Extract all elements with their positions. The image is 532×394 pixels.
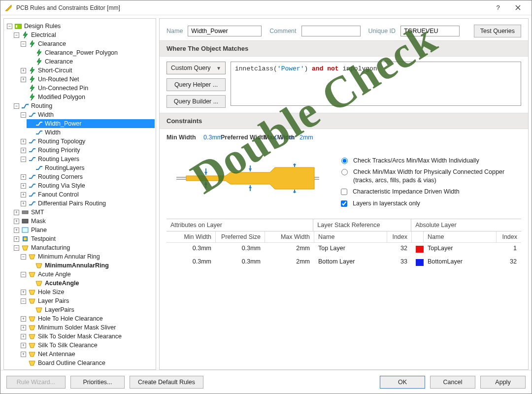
- col-abs-idx[interactable]: Index: [497, 231, 521, 243]
- tree-toggle[interactable]: −: [21, 272, 26, 277]
- tree-item[interactable]: Acute Angle: [38, 270, 71, 279]
- tree-item[interactable]: Width: [45, 128, 61, 137]
- tree-toggle[interactable]: +: [21, 174, 26, 180]
- tree-item[interactable]: Routing Topology: [38, 137, 85, 146]
- col-abs-name[interactable]: Name: [424, 231, 497, 243]
- apply-button[interactable]: Apply: [480, 376, 526, 389]
- tree-toggle[interactable]: −: [21, 112, 26, 118]
- tree-toggle[interactable]: −: [21, 157, 26, 162]
- tree-item[interactable]: Mask: [31, 217, 46, 226]
- tree-toggle[interactable]: +: [21, 325, 26, 330]
- close-button[interactable]: [508, 1, 528, 15]
- col-min[interactable]: Min Width: [166, 231, 216, 243]
- uid-input[interactable]: [400, 26, 460, 36]
- tree-item[interactable]: Manufacturing: [31, 243, 70, 252]
- tree-item[interactable]: Minimum Solder Mask Sliver: [38, 323, 116, 332]
- svg-marker-9: [30, 67, 34, 74]
- tree-toggle[interactable]: +: [21, 139, 26, 144]
- tree-toggle[interactable]: −: [7, 24, 12, 29]
- tree-toggle[interactable]: −: [21, 254, 26, 260]
- tree-item[interactable]: AcuteAngle: [45, 279, 79, 288]
- opt-check-individual[interactable]: [341, 158, 348, 164]
- query-textarea[interactable]: innetclass('Power') and not inpolygon: [231, 62, 521, 106]
- tree-item[interactable]: Net Antennae: [38, 350, 75, 359]
- tree-toggle[interactable]: +: [21, 343, 26, 348]
- tree-item[interactable]: Silk To Solder Mask Clearance: [38, 332, 122, 341]
- tree-toggle[interactable]: +: [21, 192, 26, 197]
- tree-item[interactable]: Clearance: [38, 39, 66, 48]
- table-row[interactable]: 0.3mm0.3mm2mmBottom Layer33BottomLayer32: [166, 256, 521, 269]
- tree-item[interactable]: Minimum Annular Ring: [38, 252, 100, 261]
- tree-item[interactable]: Differential Pairs Routing: [38, 199, 106, 208]
- tree-toggle[interactable]: −: [14, 103, 19, 109]
- col-pref[interactable]: Preferred Size: [216, 231, 265, 243]
- tree-item[interactable]: RoutingLayers: [45, 164, 85, 172]
- tree-item[interactable]: LayerPairs: [45, 305, 74, 314]
- help-button[interactable]: ?: [488, 1, 508, 15]
- opt-impedance[interactable]: [341, 189, 347, 195]
- tree-item[interactable]: Hole To Hole Clearance: [38, 314, 103, 323]
- tree-item[interactable]: Board Outline Clearance: [38, 359, 105, 367]
- test-queries-button[interactable]: Test Queries: [474, 25, 521, 37]
- table-row[interactable]: 0.3mm0.3mm2mmTop Layer32TopLayer1: [166, 243, 521, 256]
- tree-item[interactable]: Width: [38, 110, 54, 119]
- tree-item[interactable]: Clearance_Power Polygon: [45, 48, 118, 57]
- tree-toggle[interactable]: +: [14, 210, 19, 215]
- col-stack-idx[interactable]: Index: [387, 231, 412, 243]
- tree-toggle[interactable]: −: [21, 298, 26, 304]
- priorities-button[interactable]: Priorities...: [70, 376, 125, 389]
- cancel-button[interactable]: Cancel: [430, 376, 475, 389]
- tree-item[interactable]: Silk To Silk Clearance: [38, 341, 98, 350]
- tree-toggle[interactable]: +: [21, 183, 26, 189]
- tree-toggle[interactable]: +: [14, 219, 19, 224]
- tree-toggle[interactable]: −: [14, 245, 19, 251]
- ok-button[interactable]: OK: [380, 376, 425, 389]
- tree-toggle[interactable]: +: [21, 68, 26, 73]
- rule-icon: [28, 66, 36, 74]
- layer-width-table[interactable]: Attributes on Layer Layer Stack Referenc…: [166, 219, 521, 269]
- tree-toggle[interactable]: −: [14, 33, 19, 38]
- tree-toggle[interactable]: +: [21, 201, 26, 206]
- tree-item[interactable]: Short-Circuit: [38, 66, 72, 75]
- tree-item[interactable]: Fanout Control: [38, 190, 79, 199]
- name-input[interactable]: [188, 26, 262, 36]
- tree-toggle[interactable]: +: [21, 334, 26, 339]
- tree-item[interactable]: Clearance: [45, 57, 73, 66]
- tree-item[interactable]: MinimumAnnularRing: [45, 261, 109, 270]
- tree-toggle[interactable]: +: [21, 352, 26, 357]
- tree-item[interactable]: Routing Priority: [38, 146, 80, 155]
- min-width-value[interactable]: 0.3mm: [203, 134, 222, 141]
- tree-item[interactable]: Routing: [31, 101, 52, 110]
- rules-tree[interactable]: −Design Rules −Electrical −Clearance Cle…: [3, 18, 156, 370]
- tree-item[interactable]: Routing Via Style: [38, 181, 85, 190]
- tree-item[interactable]: Layer Pairs: [38, 296, 69, 305]
- create-default-rules-button[interactable]: Create Default Rules: [130, 376, 203, 389]
- query-helper-button[interactable]: Query Helper ...: [166, 78, 226, 91]
- tree-item[interactable]: Routing Corners: [38, 172, 83, 181]
- tree-item[interactable]: Plane: [31, 226, 47, 234]
- tree-toggle[interactable]: +: [21, 290, 26, 295]
- tree-item[interactable]: Hole Size: [38, 288, 65, 296]
- tree-toggle[interactable]: +: [14, 236, 19, 242]
- col-max[interactable]: Max Width: [265, 231, 314, 243]
- query-builder-button[interactable]: Query Builder ...: [166, 95, 226, 108]
- tree-item[interactable]: Un-Connected Pin: [38, 84, 88, 93]
- comment-input[interactable]: [301, 26, 361, 36]
- col-stack-name[interactable]: Name: [314, 231, 387, 243]
- query-mode-combo[interactable]: Custom Query ▼: [166, 62, 226, 74]
- tree-item[interactable]: Modified Polygon: [38, 93, 85, 101]
- tree-item[interactable]: Design Rules: [24, 22, 61, 31]
- tree-item[interactable]: Un-Routed Net: [38, 75, 79, 84]
- tree-toggle[interactable]: +: [21, 316, 26, 322]
- opt-check-connected[interactable]: [341, 169, 348, 175]
- max-width-value[interactable]: 2mm: [299, 134, 313, 141]
- tree-item[interactable]: Electrical: [31, 31, 56, 39]
- tree-toggle[interactable]: +: [21, 148, 26, 153]
- tree-item[interactable]: Routing Layers: [38, 155, 79, 164]
- tree-toggle[interactable]: +: [14, 228, 19, 233]
- opt-layerstack-only[interactable]: [341, 200, 347, 207]
- tree-item[interactable]: Testpoint: [31, 234, 56, 243]
- tree-toggle[interactable]: +: [21, 77, 26, 82]
- tree-item[interactable]: SMT: [31, 208, 44, 217]
- tree-toggle[interactable]: −: [21, 41, 26, 47]
